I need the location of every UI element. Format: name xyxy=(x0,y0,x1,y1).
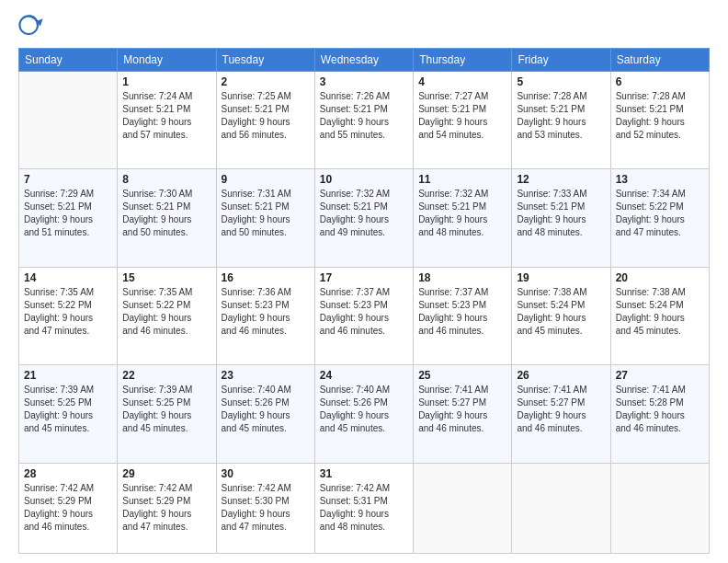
calendar-cell: 26Sunrise: 7:41 AM Sunset: 5:27 PM Dayli… xyxy=(512,365,610,463)
calendar-cell xyxy=(610,463,709,553)
calendar-week-5: 28Sunrise: 7:42 AM Sunset: 5:29 PM Dayli… xyxy=(19,463,710,553)
logo-icon xyxy=(18,15,44,40)
calendar-cell: 22Sunrise: 7:39 AM Sunset: 5:25 PM Dayli… xyxy=(118,365,216,463)
day-info: Sunrise: 7:34 AM Sunset: 5:22 PM Dayligh… xyxy=(616,188,704,239)
calendar-cell: 2Sunrise: 7:25 AM Sunset: 5:21 PM Daylig… xyxy=(216,72,314,169)
day-info: Sunrise: 7:37 AM Sunset: 5:23 PM Dayligh… xyxy=(418,286,506,338)
day-number: 18 xyxy=(418,271,506,284)
day-info: Sunrise: 7:24 AM Sunset: 5:21 PM Dayligh… xyxy=(122,90,210,142)
calendar-cell: 17Sunrise: 7:37 AM Sunset: 5:23 PM Dayli… xyxy=(314,267,413,364)
calendar-cell: 21Sunrise: 7:39 AM Sunset: 5:25 PM Dayli… xyxy=(19,365,118,463)
day-info: Sunrise: 7:35 AM Sunset: 5:22 PM Dayligh… xyxy=(24,286,112,338)
logo xyxy=(18,15,48,40)
calendar-cell: 12Sunrise: 7:33 AM Sunset: 5:21 PM Dayli… xyxy=(512,169,610,267)
day-info: Sunrise: 7:32 AM Sunset: 5:21 PM Dayligh… xyxy=(320,188,408,239)
calendar-cell: 29Sunrise: 7:42 AM Sunset: 5:29 PM Dayli… xyxy=(118,463,216,553)
day-number: 30 xyxy=(222,467,310,480)
day-info: Sunrise: 7:32 AM Sunset: 5:21 PM Dayligh… xyxy=(418,188,506,239)
day-number: 28 xyxy=(24,467,112,480)
day-number: 1 xyxy=(122,75,210,88)
calendar-header-monday: Monday xyxy=(118,49,216,72)
calendar-cell xyxy=(512,463,610,553)
day-number: 27 xyxy=(616,369,704,382)
calendar-week-4: 21Sunrise: 7:39 AM Sunset: 5:25 PM Dayli… xyxy=(19,365,710,463)
day-info: Sunrise: 7:40 AM Sunset: 5:26 PM Dayligh… xyxy=(320,384,408,435)
page: SundayMondayTuesdayWednesdayThursdayFrid… xyxy=(0,0,728,563)
day-number: 24 xyxy=(320,369,408,382)
day-number: 12 xyxy=(517,173,605,186)
day-number: 9 xyxy=(222,173,310,186)
calendar-cell: 24Sunrise: 7:40 AM Sunset: 5:26 PM Dayli… xyxy=(314,365,413,463)
day-number: 4 xyxy=(418,75,506,88)
day-number: 3 xyxy=(320,75,408,88)
day-number: 17 xyxy=(320,271,408,284)
calendar-header-thursday: Thursday xyxy=(414,49,512,72)
calendar-cell: 10Sunrise: 7:32 AM Sunset: 5:21 PM Dayli… xyxy=(314,169,413,267)
day-number: 16 xyxy=(222,271,310,284)
day-info: Sunrise: 7:30 AM Sunset: 5:21 PM Dayligh… xyxy=(122,188,210,239)
day-number: 31 xyxy=(320,467,408,480)
day-number: 8 xyxy=(122,173,210,186)
day-number: 14 xyxy=(24,271,112,284)
header xyxy=(18,15,710,40)
calendar-table: SundayMondayTuesdayWednesdayThursdayFrid… xyxy=(18,48,710,554)
day-info: Sunrise: 7:41 AM Sunset: 5:27 PM Dayligh… xyxy=(517,384,605,435)
day-info: Sunrise: 7:36 AM Sunset: 5:23 PM Dayligh… xyxy=(222,286,310,338)
day-info: Sunrise: 7:41 AM Sunset: 5:27 PM Dayligh… xyxy=(418,384,506,435)
calendar-cell: 3Sunrise: 7:26 AM Sunset: 5:21 PM Daylig… xyxy=(314,72,413,169)
day-number: 10 xyxy=(320,173,408,186)
calendar-header-wednesday: Wednesday xyxy=(314,49,413,72)
calendar-header-saturday: Saturday xyxy=(610,49,709,72)
calendar-cell xyxy=(19,72,118,169)
day-info: Sunrise: 7:38 AM Sunset: 5:24 PM Dayligh… xyxy=(616,286,704,338)
day-info: Sunrise: 7:42 AM Sunset: 5:29 PM Dayligh… xyxy=(122,482,210,534)
day-info: Sunrise: 7:26 AM Sunset: 5:21 PM Dayligh… xyxy=(320,90,408,142)
day-number: 6 xyxy=(616,75,704,88)
day-info: Sunrise: 7:39 AM Sunset: 5:25 PM Dayligh… xyxy=(122,384,210,435)
calendar-header-friday: Friday xyxy=(512,49,610,72)
calendar-cell: 30Sunrise: 7:42 AM Sunset: 5:30 PM Dayli… xyxy=(216,463,314,553)
day-number: 19 xyxy=(517,271,605,284)
day-number: 15 xyxy=(122,271,210,284)
calendar-cell: 5Sunrise: 7:28 AM Sunset: 5:21 PM Daylig… xyxy=(512,72,610,169)
calendar-week-1: 1Sunrise: 7:24 AM Sunset: 5:21 PM Daylig… xyxy=(19,72,710,169)
calendar-cell: 7Sunrise: 7:29 AM Sunset: 5:21 PM Daylig… xyxy=(19,169,118,267)
day-info: Sunrise: 7:42 AM Sunset: 5:29 PM Dayligh… xyxy=(24,482,112,534)
day-info: Sunrise: 7:35 AM Sunset: 5:22 PM Dayligh… xyxy=(122,286,210,338)
calendar-cell: 1Sunrise: 7:24 AM Sunset: 5:21 PM Daylig… xyxy=(118,72,216,169)
day-number: 11 xyxy=(418,173,506,186)
calendar-cell: 4Sunrise: 7:27 AM Sunset: 5:21 PM Daylig… xyxy=(414,72,512,169)
calendar-cell: 27Sunrise: 7:41 AM Sunset: 5:28 PM Dayli… xyxy=(610,365,709,463)
day-number: 5 xyxy=(517,75,605,88)
day-info: Sunrise: 7:42 AM Sunset: 5:31 PM Dayligh… xyxy=(320,482,408,534)
day-info: Sunrise: 7:42 AM Sunset: 5:30 PM Dayligh… xyxy=(222,482,310,534)
day-number: 29 xyxy=(122,467,210,480)
calendar-cell xyxy=(414,463,512,553)
calendar-cell: 11Sunrise: 7:32 AM Sunset: 5:21 PM Dayli… xyxy=(414,169,512,267)
day-number: 25 xyxy=(418,369,506,382)
calendar-cell: 28Sunrise: 7:42 AM Sunset: 5:29 PM Dayli… xyxy=(19,463,118,553)
day-number: 22 xyxy=(122,369,210,382)
day-info: Sunrise: 7:33 AM Sunset: 5:21 PM Dayligh… xyxy=(517,188,605,239)
calendar-cell: 23Sunrise: 7:40 AM Sunset: 5:26 PM Dayli… xyxy=(216,365,314,463)
day-info: Sunrise: 7:40 AM Sunset: 5:26 PM Dayligh… xyxy=(222,384,310,435)
day-number: 26 xyxy=(517,369,605,382)
day-number: 23 xyxy=(222,369,310,382)
calendar-cell: 31Sunrise: 7:42 AM Sunset: 5:31 PM Dayli… xyxy=(314,463,413,553)
day-info: Sunrise: 7:41 AM Sunset: 5:28 PM Dayligh… xyxy=(616,384,704,435)
day-info: Sunrise: 7:25 AM Sunset: 5:21 PM Dayligh… xyxy=(222,90,310,142)
day-info: Sunrise: 7:27 AM Sunset: 5:21 PM Dayligh… xyxy=(418,90,506,142)
day-number: 20 xyxy=(616,271,704,284)
day-number: 13 xyxy=(616,173,704,186)
calendar-week-2: 7Sunrise: 7:29 AM Sunset: 5:21 PM Daylig… xyxy=(19,169,710,267)
calendar-cell: 15Sunrise: 7:35 AM Sunset: 5:22 PM Dayli… xyxy=(118,267,216,364)
calendar-cell: 6Sunrise: 7:28 AM Sunset: 5:21 PM Daylig… xyxy=(610,72,709,169)
day-info: Sunrise: 7:38 AM Sunset: 5:24 PM Dayligh… xyxy=(517,286,605,338)
calendar-week-3: 14Sunrise: 7:35 AM Sunset: 5:22 PM Dayli… xyxy=(19,267,710,364)
calendar-cell: 20Sunrise: 7:38 AM Sunset: 5:24 PM Dayli… xyxy=(610,267,709,364)
calendar-cell: 19Sunrise: 7:38 AM Sunset: 5:24 PM Dayli… xyxy=(512,267,610,364)
calendar-header-row: SundayMondayTuesdayWednesdayThursdayFrid… xyxy=(19,49,710,72)
day-info: Sunrise: 7:39 AM Sunset: 5:25 PM Dayligh… xyxy=(24,384,112,435)
calendar-cell: 9Sunrise: 7:31 AM Sunset: 5:21 PM Daylig… xyxy=(216,169,314,267)
calendar-cell: 13Sunrise: 7:34 AM Sunset: 5:22 PM Dayli… xyxy=(610,169,709,267)
